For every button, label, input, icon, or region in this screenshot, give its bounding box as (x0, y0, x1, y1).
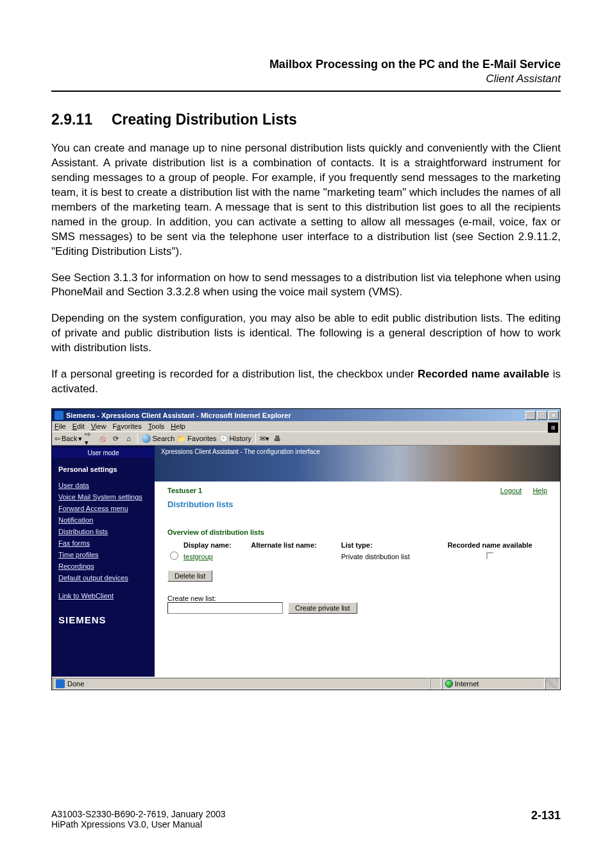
col-recorded: Recorded name available (432, 540, 547, 550)
table-header-row: Display name: Alternate list name: List … (167, 540, 547, 550)
paragraph-3: Depending on the system configuration, y… (51, 311, 561, 356)
distribution-list-table: Display name: Alternate list name: List … (167, 540, 547, 562)
stop-button[interactable]: ⦸ (98, 433, 108, 444)
page-block-title: Distribution lists (167, 499, 547, 509)
menu-favorites[interactable]: Favorites (112, 422, 141, 430)
sidebar-item-forward-access-menu[interactable]: Forward Access menu (52, 503, 155, 514)
row-select-radio[interactable] (170, 551, 178, 560)
create-list-name-input[interactable] (167, 602, 283, 614)
sidebar-item-user-data[interactable]: User data (52, 480, 155, 491)
sidebar-heading: Personal settings (52, 458, 155, 480)
sidebar: User mode Personal settings User data Vo… (52, 446, 155, 677)
logout-link[interactable]: Logout (500, 487, 522, 494)
browser-window: Siemens - Xpressions Client Assistant - … (51, 408, 561, 690)
recorded-checkbox[interactable] (486, 552, 494, 560)
status-text: Done (67, 680, 84, 688)
section-number: 2.9.11 (51, 111, 92, 128)
statusbar: Done Internet (52, 677, 560, 690)
row-list-type: Private distribution list (339, 550, 433, 562)
sidebar-item-notification[interactable]: Notification (52, 514, 155, 526)
toolbar-separator-2 (255, 433, 256, 444)
sidebar-item-distribution-lists[interactable]: Distribution lists (52, 526, 155, 537)
maximize-button[interactable]: □ (537, 411, 547, 420)
page-header-title: Mailbox Processing on the PC and the E-M… (51, 58, 561, 71)
page-number: 2-131 (531, 809, 561, 829)
row-alt-name (248, 550, 338, 562)
home-button[interactable]: ⌂ (123, 433, 133, 444)
back-button[interactable]: ⇦ Back ▾ (55, 435, 82, 443)
paragraph-4-prefix: If a personal greeting is recorded for a… (51, 368, 418, 380)
sidebar-mode: User mode (52, 448, 155, 458)
sidebar-item-default-output-devices[interactable]: Default output devices (52, 572, 155, 584)
sidebar-item-link-to-webclient[interactable]: Link to WebClient (52, 590, 155, 602)
overview-title: Overview of distribution lists (167, 528, 547, 536)
footer-line2: HiPath Xpressions V3.0, User Manual (51, 819, 226, 829)
sidebar-item-time-profiles[interactable]: Time profiles (52, 549, 155, 560)
section-heading: 2.9.11Creating Distribution Lists (51, 111, 561, 128)
window-titlebar[interactable]: Siemens - Xpressions Client Assistant - … (52, 409, 560, 421)
window-title: Siemens - Xpressions Client Assistant - … (66, 412, 291, 419)
delete-list-button[interactable]: Delete list (167, 570, 212, 582)
sidebar-item-recordings[interactable]: Recordings (52, 560, 155, 572)
menu-help[interactable]: Help (171, 422, 185, 430)
refresh-button[interactable]: ⟳ (110, 433, 121, 444)
search-button[interactable]: Search (142, 434, 174, 443)
sidebar-brand: SIEMENS (52, 602, 155, 630)
sidebar-item-voice-mail-settings[interactable]: Voice Mail System settings (52, 491, 155, 503)
ie-icon (55, 411, 64, 420)
paragraph-4: If a personal greeting is recorded for a… (51, 367, 561, 397)
toolbar-separator (137, 433, 138, 444)
paragraph-4-bold: Recorded name available (418, 368, 549, 380)
menu-edit[interactable]: Edit (72, 422, 85, 430)
history-button[interactable]: 🕘 History (219, 435, 251, 443)
col-alt-name: Alternate list name: (248, 540, 338, 550)
internet-zone-text: Internet (455, 680, 479, 688)
create-private-list-button[interactable]: Create private list (288, 602, 357, 614)
help-link[interactable]: Help (532, 487, 547, 494)
section-title: Creating Distribution Lists (112, 111, 297, 128)
print-button[interactable]: 🖶 (273, 433, 283, 444)
paragraph-2: See Section 3.1.3 for information on how… (51, 271, 561, 300)
paragraph-1: You can create and manage up to nine per… (51, 141, 561, 259)
distribution-list-name-link[interactable]: testgroup (183, 553, 213, 560)
mail-button[interactable]: ✉▾ (260, 433, 270, 444)
page-footer: A31003-S2330-B690-2-7619, January 2003 H… (51, 809, 561, 829)
menu-file[interactable]: File (55, 422, 66, 430)
main-pane: Xpressions Client Assistant - The config… (155, 446, 560, 677)
windows-logo-icon: ⊞ (548, 422, 558, 433)
menu-tools[interactable]: Tools (148, 422, 165, 430)
minimize-button[interactable]: _ (525, 411, 536, 420)
menubar: File Edit View Favorites Tools Help ⊞ (52, 421, 560, 431)
toolbar: ⇦ Back ▾ ⇨ ▾ ⦸ ⟳ ⌂ Search 📁 Favorites 🕘 … (52, 431, 560, 446)
sidebar-item-fax-forms[interactable]: Fax forms (52, 537, 155, 549)
banner: Xpressions Client Assistant - The config… (155, 446, 560, 482)
col-list-type: List type: (339, 540, 433, 550)
create-new-list-label: Create new list: (167, 595, 283, 602)
forward-button[interactable]: ⇨ ▾ (85, 433, 95, 444)
internet-zone-icon (445, 680, 453, 688)
current-user: Testuser 1 (167, 487, 202, 494)
close-button[interactable]: × (548, 411, 559, 420)
resize-grip-icon[interactable] (545, 678, 559, 690)
col-display-name: Display name: (181, 540, 248, 550)
footer-line1: A31003-S2330-B690-2-7619, January 2003 (51, 809, 226, 819)
header-rule (51, 91, 561, 92)
table-row: testgroup Private distribution list (167, 550, 547, 562)
favorites-button[interactable]: 📁 Favorites (177, 435, 216, 443)
ie-status-icon (56, 679, 65, 688)
menu-view[interactable]: View (91, 422, 106, 430)
page-header-subtitle: Client Assistant (51, 73, 561, 85)
